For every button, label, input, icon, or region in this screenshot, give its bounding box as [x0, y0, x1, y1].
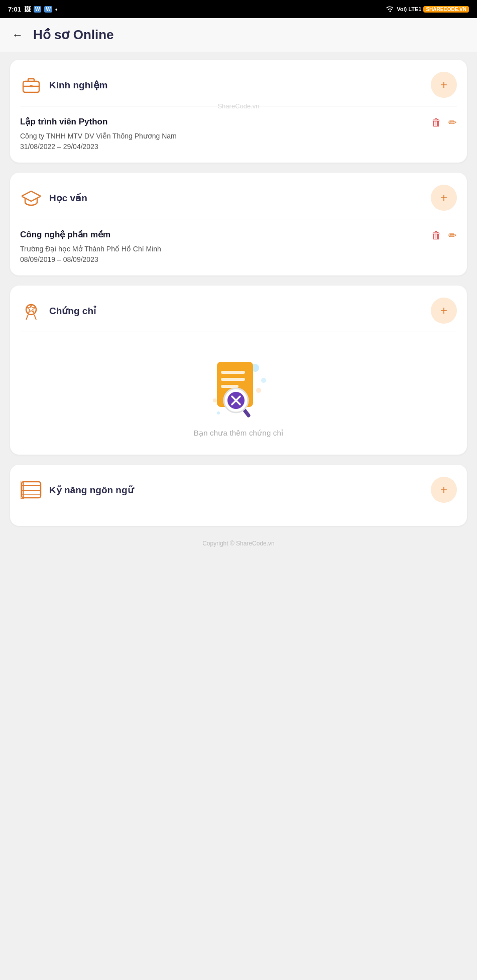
- section-header-ky-nang: Kỹ năng ngôn ngữ +: [20, 477, 457, 503]
- page-title: Hồ sơ Online: [33, 27, 114, 43]
- svg-point-19: [213, 398, 217, 402]
- book-icon: [20, 479, 42, 501]
- add-chung-chi-button[interactable]: +: [431, 298, 457, 324]
- entry-congnghe: Công nghệ phần mềm 🗑 ✏ Trường Đại học Mở…: [20, 227, 457, 263]
- photo-icon: 🖼: [24, 6, 31, 13]
- svg-line-6: [26, 315, 28, 320]
- section-title-hoc-van: Học vấn: [49, 192, 87, 204]
- app-icon-1: W: [34, 6, 41, 13]
- graduation-icon: [20, 187, 42, 209]
- status-bar-left: 7:01 🖼 W W •: [8, 6, 58, 13]
- card-hoc-van: Học vấn + Công nghệ phần mềm 🗑 ✏ Trường …: [10, 173, 467, 275]
- svg-point-4: [26, 305, 36, 315]
- svg-point-9: [261, 378, 266, 383]
- section-title-kinh-nghiem: Kinh nghiệm: [49, 79, 107, 91]
- divider-chung-chi: [20, 332, 457, 332]
- svg-rect-22: [22, 482, 41, 498]
- delete-congnghe-icon[interactable]: 🗑: [431, 230, 441, 241]
- entry-subtitle-python: Công ty TNHH MTV DV Viễn Thông Phương Na…: [20, 131, 457, 142]
- entry-title-congnghe: Công nghệ phần mềm: [20, 229, 110, 240]
- page-content: Kinh nghiệm + ShareCode.vn Lập trình viê…: [0, 52, 477, 559]
- card-ky-nang-ngon-ngu: Kỹ năng ngôn ngữ +: [10, 465, 467, 526]
- briefcase-icon: [20, 74, 42, 96]
- edit-python-icon[interactable]: ✏: [448, 116, 457, 128]
- add-kinh-nghiem-button[interactable]: +: [431, 72, 457, 98]
- app-icon-2: W: [44, 6, 52, 13]
- dot-indicator: •: [55, 6, 58, 13]
- wifi-icon: [386, 5, 395, 14]
- svg-point-20: [256, 388, 261, 393]
- status-bar-right: Voi) LTE1 SHARECODE.VN: [386, 5, 469, 14]
- signal-text: Voi) LTE1: [397, 6, 421, 12]
- empty-chung-chi-text: Bạn chưa thêm chứng chỉ: [194, 429, 284, 438]
- section-header-hoc-van: Học vấn +: [20, 185, 457, 211]
- svg-rect-12: [221, 378, 245, 381]
- svg-marker-3: [22, 191, 41, 201]
- section-title-chung-chi: Chứng chỉ: [49, 305, 96, 317]
- empty-illustration: [206, 355, 271, 421]
- delete-python-icon[interactable]: 🗑: [431, 117, 441, 128]
- back-button[interactable]: ←: [12, 29, 23, 42]
- time: 7:01: [8, 6, 21, 13]
- brand-badge: SHARECODE.VN: [423, 6, 469, 13]
- divider-kinh-nghiem: [20, 106, 457, 106]
- svg-rect-2: [30, 85, 33, 87]
- copyright: Copyright © ShareCode.vn: [10, 536, 467, 551]
- status-bar: 7:01 🖼 W W • Voi) LTE1 SHARECODE.VN: [0, 0, 477, 18]
- divider-hoc-van: [20, 219, 457, 219]
- empty-state-chung-chi: Bạn chưa thêm chứng chỉ: [20, 340, 457, 443]
- certificate-icon: [20, 300, 42, 322]
- svg-point-21: [217, 411, 220, 414]
- svg-rect-11: [221, 371, 245, 374]
- add-ky-nang-button[interactable]: +: [431, 477, 457, 503]
- card-kinh-nghiem: Kinh nghiệm + ShareCode.vn Lập trình viê…: [10, 60, 467, 163]
- svg-rect-26: [21, 481, 24, 499]
- entry-subtitle-congnghe: Trường Đại học Mở Thành Phố Hồ Chí Minh: [20, 244, 457, 254]
- section-title-ky-nang: Kỹ năng ngôn ngữ: [49, 484, 134, 496]
- svg-line-7: [34, 315, 36, 320]
- edit-congnghe-icon[interactable]: ✏: [448, 229, 457, 241]
- header: ← Hồ sơ Online: [0, 18, 477, 52]
- entry-title-python: Lập trình viên Python: [20, 116, 107, 127]
- entry-date-python: 31/08/2022 – 29/04/2023: [20, 143, 457, 151]
- section-header-chung-chi: Chứng chỉ +: [20, 298, 457, 324]
- entry-actions-congnghe: 🗑 ✏: [431, 229, 457, 241]
- entry-date-congnghe: 08/09/2019 – 08/09/2023: [20, 255, 457, 263]
- card-chung-chi: Chứng chỉ +: [10, 286, 467, 455]
- svg-rect-13: [221, 385, 238, 388]
- section-header-kinh-nghiem: Kinh nghiệm +: [20, 72, 457, 98]
- entry-actions-python: 🗑 ✏: [431, 116, 457, 128]
- add-hoc-van-button[interactable]: +: [431, 185, 457, 211]
- entry-python: Lập trình viên Python 🗑 ✏ Công ty TNHH M…: [20, 114, 457, 151]
